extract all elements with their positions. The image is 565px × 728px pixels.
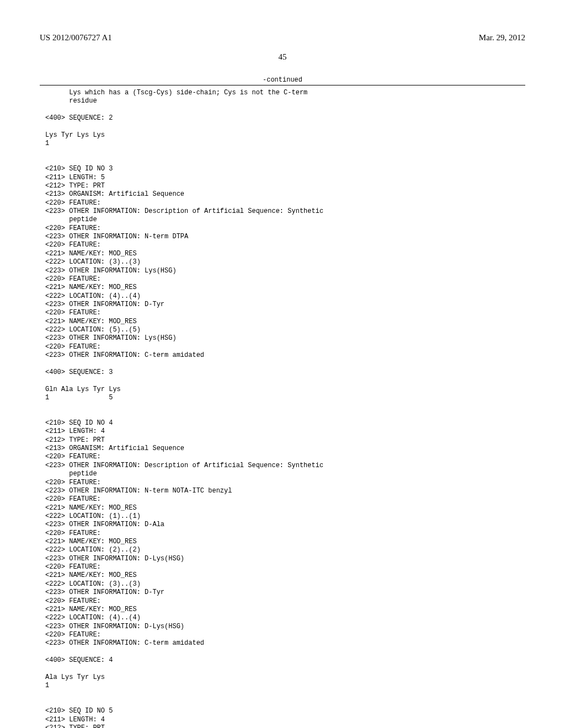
- publication-number: US 2012/0076727 A1: [40, 33, 112, 42]
- page-header: US 2012/0076727 A1 Mar. 29, 2012: [40, 33, 525, 42]
- page-container: US 2012/0076727 A1 Mar. 29, 2012 45 -con…: [0, 0, 565, 728]
- continued-label: -continued: [40, 76, 525, 84]
- publication-date: Mar. 29, 2012: [479, 33, 525, 42]
- top-rule: [40, 85, 525, 85]
- page-number: 45: [40, 52, 525, 62]
- sequence-listing: Lys which has a (Tscg-Cys) side-chain; C…: [45, 89, 525, 728]
